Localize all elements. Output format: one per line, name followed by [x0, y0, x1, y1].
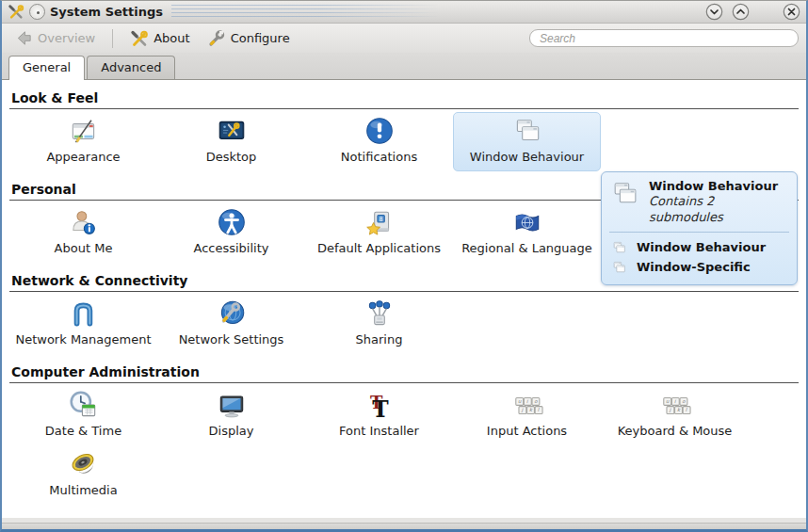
module-date-time[interactable]: Date & Time: [9, 386, 157, 445]
window-behaviour-icon: [609, 179, 640, 210]
svg-text:8: 8: [379, 216, 382, 223]
about-tools-icon: [130, 29, 149, 48]
module-appearance[interactable]: Appearance: [9, 112, 157, 171]
default-applications-icon: 8: [364, 207, 396, 239]
tooltip-entry-window-behaviour[interactable]: Window Behaviour: [609, 237, 789, 257]
accessibility-icon: [216, 207, 248, 239]
tooltip-subtitle: Contains 2 submodules: [649, 194, 789, 226]
network-settings-icon: [216, 298, 248, 330]
module-multimedia[interactable]: Multimedia: [9, 445, 157, 505]
module-label: Appearance: [46, 150, 120, 164]
tooltip-entry-label: Window Behaviour: [637, 240, 766, 254]
overview-button[interactable]: Overview: [9, 27, 101, 49]
tooltip-entry-label: Window-Specific: [637, 260, 751, 274]
module-regional-language[interactable]: Regional & Language: [453, 203, 601, 263]
section-title-computer-administration: Computer Administration: [9, 364, 799, 383]
desktop-icon: [216, 116, 248, 148]
window-menu-button[interactable]: [29, 4, 45, 20]
window-behaviour-icon: [511, 116, 543, 148]
module-font-installer[interactable]: TTFont Installer: [305, 386, 453, 445]
section-grid-look-feel: AppearanceDesktopNotificationsWindow Beh…: [2, 109, 806, 171]
module-label: Regional & Language: [461, 241, 592, 255]
module-label: Sharing: [356, 332, 403, 347]
module-accessibility[interactable]: Accessibility: [157, 203, 305, 263]
module-label: Window Behaviour: [470, 150, 584, 164]
maximize-button[interactable]: [732, 3, 750, 21]
module-label: Accessibility: [194, 241, 269, 255]
close-button[interactable]: [783, 3, 800, 21]
section-title-look-feel: Look & Feel: [9, 90, 799, 109]
section-grid-network-connectivity: Network ManagementNetwork SettingsSharin…: [2, 292, 806, 354]
module-input-actions[interactable]: uiojklInput Actions: [453, 386, 601, 445]
toolbar: Overview About Configure: [2, 24, 806, 53]
font-installer-icon: TT: [364, 390, 396, 422]
module-network-settings[interactable]: Network Settings: [157, 295, 305, 354]
keyboard-icon: uiojkl: [511, 390, 543, 422]
configure-label: Configure: [231, 31, 290, 45]
overview-label: Overview: [38, 31, 95, 45]
toolbar-separator: [112, 29, 113, 48]
section-grid-computer-administration: Date & TimeDisplayTTFont Installeruiojkl…: [2, 383, 806, 505]
configure-button[interactable]: Configure: [202, 27, 296, 50]
module-default-applications[interactable]: 8Default Applications: [305, 203, 453, 263]
configure-wrench-icon: [207, 29, 226, 48]
notifications-icon: [364, 116, 396, 148]
module-network-management[interactable]: Network Management: [9, 295, 157, 354]
module-about-me[interactable]: About Me: [9, 203, 157, 263]
sharing-icon: [364, 298, 396, 330]
module-window-behaviour[interactable]: Window Behaviour: [453, 112, 601, 171]
titlebar-pinstripes: [171, 5, 440, 19]
module-sharing[interactable]: Sharing: [305, 295, 453, 354]
about-me-icon: [68, 207, 100, 239]
date-time-icon: [68, 390, 100, 422]
module-label: Network Settings: [179, 332, 284, 347]
window-title: System Settings: [50, 5, 163, 19]
module-label: Desktop: [206, 150, 257, 164]
module-desktop[interactable]: Desktop: [157, 112, 305, 171]
module-label: Network Management: [15, 332, 151, 347]
back-arrow-icon: [15, 29, 33, 47]
module-notifications[interactable]: Notifications: [305, 112, 453, 171]
system-settings-window: System Settings Over: [0, 0, 808, 532]
module-display[interactable]: Display: [157, 386, 305, 445]
module-list: Look & FeelAppearanceDesktopNotification…: [2, 80, 806, 518]
svg-text:T: T: [372, 396, 389, 422]
app-icon: [8, 4, 24, 21]
tooltip-divider: [609, 232, 789, 233]
statusbar: [2, 523, 806, 529]
module-label: Notifications: [341, 150, 417, 164]
module-label: Input Actions: [487, 424, 567, 438]
module-label: Display: [209, 424, 254, 438]
regional-language-icon: [511, 207, 543, 239]
about-label: About: [154, 31, 189, 45]
search-input[interactable]: [529, 29, 799, 47]
module-label: Font Installer: [339, 424, 419, 438]
display-icon: [216, 390, 248, 422]
module-label: Multimedia: [49, 483, 117, 497]
minimize-button[interactable]: [705, 3, 723, 21]
tab-advanced[interactable]: Advanced: [87, 56, 175, 79]
tooltip-title: Window Behaviour: [649, 179, 789, 194]
network-management-icon: [68, 298, 100, 330]
titlebar: System Settings: [2, 1, 806, 24]
keyboard-icon: uiojkl: [659, 390, 691, 422]
appearance-icon: [68, 116, 100, 148]
module-label: About Me: [55, 241, 113, 255]
tabbar: General Advanced: [2, 53, 806, 80]
module-label: Default Applications: [317, 241, 441, 255]
tab-general[interactable]: General: [8, 56, 85, 80]
module-keyboard-mouse[interactable]: uiojklKeyboard & Mouse: [601, 386, 749, 445]
module-label: Keyboard & Mouse: [618, 424, 733, 438]
about-button[interactable]: About: [124, 27, 195, 50]
module-label: Date & Time: [45, 424, 121, 438]
window-behaviour-icon: [611, 260, 627, 274]
module-tooltip: Window Behaviour Contains 2 submodules W…: [601, 171, 798, 285]
multimedia-icon: [68, 449, 100, 481]
window-behaviour-icon: [611, 240, 627, 254]
tooltip-entry-window-specific[interactable]: Window-Specific: [609, 257, 789, 277]
